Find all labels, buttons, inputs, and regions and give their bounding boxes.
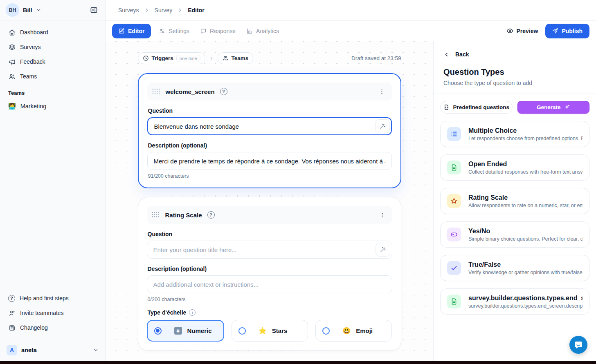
sidebar-item-feedback[interactable]: Feedback [4, 55, 101, 69]
list-icon [447, 127, 461, 141]
clock-icon [143, 55, 149, 61]
chevron-down-icon [93, 347, 99, 353]
publish-label: Publish [562, 28, 583, 34]
tab-label: Analytics [256, 28, 279, 34]
scale-type-label: Type d'échelle i [148, 309, 391, 316]
predefined-questions-button[interactable]: Predefined questions [440, 101, 513, 114]
chevron-left-icon [443, 51, 450, 58]
hash-keycap-icon: # [174, 327, 182, 335]
triggers-chip[interactable]: Triggers one-time [138, 52, 205, 64]
tab-analytics[interactable]: Analytics [241, 28, 284, 34]
workspace-avatar: BH [6, 3, 19, 17]
user-plus-icon [8, 310, 16, 317]
scale-type-label-text: Type d'échelle [148, 309, 187, 316]
magic-wand-icon[interactable] [376, 243, 390, 257]
back-button[interactable]: Back [434, 41, 596, 58]
breadcrumb-survey[interactable]: Survey [155, 7, 173, 13]
publish-button[interactable]: Publish [545, 24, 589, 38]
question-card-title: Rating Scale [165, 212, 202, 219]
type-title: Open Ended [468, 161, 583, 168]
type-card-true-false[interactable]: True/False Verify knowledge or gather op… [440, 255, 589, 281]
star-emoji-icon: ⭐ [259, 327, 267, 335]
tab-settings[interactable]: Settings [153, 28, 195, 34]
sidebar-item-teams[interactable]: Teams [4, 69, 101, 83]
sidebar-item-changelog[interactable]: Changelog [4, 321, 101, 335]
drag-handle-icon[interactable] [152, 212, 160, 218]
type-description: Simple binary choice questions. Perfect … [468, 236, 583, 242]
sidebar-nav: Dashboard Surveys Feedback Teams [0, 20, 105, 83]
smiley-emoji-icon: 😃 [342, 327, 351, 335]
type-title: Multiple Choice [468, 127, 583, 134]
kebab-menu-icon[interactable] [378, 210, 387, 220]
question-title-input[interactable] [147, 117, 392, 135]
sidebar-item-invite[interactable]: Invite teammates [4, 306, 101, 320]
question-description-input[interactable] [147, 152, 392, 170]
panel-subtitle: Choose the type of question to add [434, 77, 596, 94]
description-field-label: Description (optional) [148, 266, 391, 272]
radio-unselected-icon [238, 327, 246, 335]
sidebar-item-label: Teams [20, 73, 37, 80]
scale-option-numeric[interactable]: # Numeric [147, 320, 224, 342]
question-description-input[interactable] [147, 275, 392, 293]
type-description: Verify knowledge or gather opinions with… [468, 270, 583, 275]
scale-option-emoji[interactable]: 😃 Emoji [315, 320, 392, 342]
trigger-frequency-badge: one-time [176, 55, 200, 62]
users-icon [8, 73, 16, 80]
question-card-rating-scale[interactable]: Rating Scale ? Question Description (opt… [138, 197, 401, 351]
magic-wand-icon[interactable] [375, 119, 390, 133]
preview-button[interactable]: Preview [506, 27, 538, 34]
check-icon [447, 261, 461, 275]
app-shell: BH Bill Dashboard Surveys Feedback [0, 0, 596, 361]
type-card-open-ended[interactable]: Open Ended Collect detailed responses wi… [440, 154, 589, 181]
option-label: Numeric [187, 327, 212, 334]
document-icon [447, 295, 461, 308]
tab-response[interactable]: Response [195, 28, 241, 34]
sidebar-item-help[interactable]: ? Help and first steps [4, 291, 101, 305]
generate-label: Generate [537, 104, 561, 110]
question-help-icon[interactable]: ? [220, 88, 227, 95]
kebab-menu-icon[interactable] [377, 87, 387, 96]
type-card-rating-scale[interactable]: Rating Scale Allow respondents to rate o… [440, 188, 589, 214]
sidebar-item-dashboard[interactable]: Dashboard [4, 25, 101, 39]
question-card-header: welcome_screen ? [147, 83, 392, 100]
tab-editor[interactable]: Editor [112, 24, 151, 38]
character-count: 0/200 characters [148, 297, 391, 302]
workspace-switcher[interactable]: BH Bill [0, 0, 105, 20]
scale-type-options: # Numeric ⭐ Stars 😃 Emoji [147, 320, 392, 342]
predefined-questions-label: Predefined questions [453, 104, 509, 110]
tab-label: Settings [169, 28, 189, 34]
scale-option-stars[interactable]: ⭐ Stars [232, 320, 308, 342]
type-card-multiple-choice[interactable]: Multiple Choice Let respondents choose f… [440, 121, 589, 147]
teams-chip-label: Teams [232, 55, 249, 61]
generate-button[interactable]: Generate [517, 101, 590, 114]
account-avatar: A [7, 345, 17, 355]
account-switcher[interactable]: A aneta [4, 343, 101, 357]
breadcrumb-surveys[interactable]: Surveys [118, 7, 139, 13]
chat-bubble-icon [574, 340, 583, 350]
question-help-icon[interactable]: ? [207, 211, 215, 219]
question-card-title: welcome_screen [166, 88, 215, 95]
chat-launcher-button[interactable] [569, 336, 587, 354]
account-name: aneta [21, 347, 37, 353]
type-card-end-screen[interactable]: survey.builder.questions.types.end_scr..… [440, 288, 589, 315]
question-title-input[interactable] [147, 241, 392, 259]
sidebar-item-marketing[interactable]: 🧑‍💻 Marketing [0, 99, 105, 113]
info-icon[interactable]: i [189, 309, 196, 316]
bar-chart-icon [246, 28, 253, 34]
team-emoji-icon: 🧑‍💻 [8, 103, 16, 110]
sliders-icon [159, 28, 165, 34]
type-title: survey.builder.questions.types.end_scr..… [468, 295, 583, 302]
type-description: Collect detailed responses with free-for… [468, 169, 583, 175]
question-card-welcome-screen[interactable]: welcome_screen ? Question Description (o… [138, 73, 401, 188]
collapse-sidebar-icon[interactable] [88, 4, 99, 16]
type-card-yes-no[interactable]: Yes/No Simple binary choice questions. P… [440, 221, 589, 248]
breadcrumb-editor: Editor [188, 7, 204, 13]
drag-handle-icon[interactable] [153, 89, 160, 94]
teams-chip[interactable]: Teams [218, 52, 254, 64]
question-types-panel: Back Question Types Choose the type of q… [433, 41, 596, 361]
changelog-icon [8, 324, 16, 331]
question-types-list: Multiple Choice Let respondents choose f… [434, 114, 596, 321]
option-label: Emoji [356, 327, 373, 334]
tab-label: Editor [128, 28, 144, 34]
sidebar-item-surveys[interactable]: Surveys [4, 40, 101, 54]
